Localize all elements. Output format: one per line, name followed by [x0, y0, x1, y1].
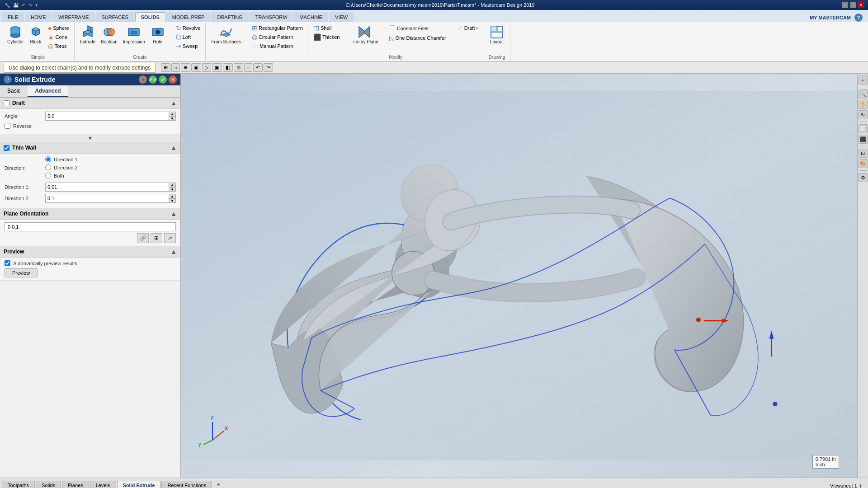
tab-transform[interactable]: TRANSFORM	[250, 12, 293, 22]
rt-btn-view1[interactable]: ⬜	[859, 124, 868, 133]
tab-file[interactable]: FILE	[2, 12, 24, 22]
dir1-spin-down[interactable]: ▼	[169, 187, 176, 192]
torus-button[interactable]: ◎ Torus	[47, 42, 71, 50]
draft-dropdown-icon[interactable]: ▾	[476, 26, 478, 30]
tab-view[interactable]: VIEW	[329, 12, 354, 22]
trim-by-plane-button[interactable]: Trim by Plane	[349, 24, 380, 46]
angle-spin-up[interactable]: ▲	[169, 112, 176, 116]
plane-orientation-header[interactable]: Plane Orientation ▲	[0, 208, 180, 220]
preview-button[interactable]: Preview	[5, 268, 38, 277]
angle-spin-down[interactable]: ▼	[169, 116, 176, 121]
vp-btn-9[interactable]: ≡	[244, 63, 252, 72]
expand-arrow-row[interactable]: ▼	[0, 134, 180, 142]
dir2-spin-down[interactable]: ▼	[169, 198, 176, 203]
rect-pattern-button[interactable]: ⊞ Rectangular Pattern	[250, 24, 304, 32]
tab-model-prep[interactable]: MODEL PREP	[166, 12, 211, 22]
dir2-spin-up[interactable]: ▲	[169, 194, 176, 198]
rt-btn-fit[interactable]: ⊡	[859, 149, 868, 158]
dir2-radio[interactable]	[45, 164, 51, 170]
tab-planes[interactable]: Planes	[62, 481, 89, 488]
thin-wall-collapse-icon[interactable]: ▲	[170, 144, 177, 151]
help-icon[interactable]: ?	[854, 14, 863, 22]
tab-recent-functions[interactable]: Recent Functions	[161, 481, 212, 488]
my-mastercam-btn[interactable]: MY MASTERCAM ?	[810, 14, 866, 22]
dir1-radio[interactable]	[45, 156, 51, 162]
thin-wall-section-header[interactable]: Thin Wall ▲	[0, 142, 180, 154]
vp-btn-6[interactable]: ▣	[212, 63, 222, 72]
vp-btn-8[interactable]: ⊡	[234, 63, 243, 72]
rt-btn-zoom[interactable]: 🔍	[859, 89, 868, 99]
cancel-button[interactable]: ✕	[169, 75, 177, 84]
rt-btn-pan[interactable]: ✋	[859, 100, 868, 109]
draft-checkbox[interactable]	[4, 100, 9, 106]
tab-levels[interactable]: Levels	[90, 481, 116, 488]
rt-btn-settings[interactable]: ⚙	[859, 173, 868, 182]
plane-collapse-icon[interactable]: ▲	[170, 210, 177, 217]
shell-button[interactable]: ◫ Shell	[312, 24, 341, 32]
cylinder-button[interactable]: Cylinder	[5, 24, 26, 46]
direction2-input[interactable]	[45, 194, 169, 203]
layout-button[interactable]: Layout	[488, 24, 506, 46]
rt-btn-rotate[interactable]: ↻	[859, 110, 868, 119]
rt-btn-plus[interactable]: +	[859, 75, 868, 84]
ok-all-button[interactable]: ✔✔	[149, 75, 157, 84]
rt-btn-view2[interactable]: ⬛	[859, 135, 868, 144]
tab-add-button[interactable]: +	[213, 479, 224, 488]
vp-btn-2[interactable]: ○	[171, 63, 180, 72]
viewsheet-add-btn[interactable]: +	[859, 482, 863, 488]
impression-button[interactable]: Impression	[121, 24, 147, 46]
draft-button[interactable]: ⟋ Draft ▾	[455, 24, 480, 32]
maximize-button[interactable]: □	[850, 2, 856, 8]
vp-btn-undo[interactable]: ↶	[253, 63, 263, 72]
title-redo[interactable]: ↷	[28, 3, 33, 8]
plane-link-button[interactable]: 🔗	[137, 233, 149, 243]
ok-button[interactable]: ✔	[159, 75, 167, 84]
angle-input[interactable]	[45, 112, 169, 121]
window-controls[interactable]: − □ ✕	[842, 2, 864, 8]
title-undo[interactable]: ↶	[21, 3, 26, 8]
vp-btn-5[interactable]: ▷	[202, 63, 211, 72]
sphere-button[interactable]: ● Sphere	[47, 24, 71, 32]
direction1-input[interactable]	[45, 183, 169, 192]
thin-wall-checkbox[interactable]	[4, 145, 9, 151]
close-button[interactable]: ✕	[858, 2, 864, 8]
vp-btn-3[interactable]: ⊕	[181, 63, 190, 72]
minimize-button[interactable]: −	[842, 2, 848, 8]
vp-btn-1[interactable]: ⊞	[161, 63, 170, 72]
cone-button[interactable]: ▲ Cone	[47, 33, 71, 41]
dir-both-radio[interactable]	[45, 173, 51, 178]
plane-grid-button[interactable]: ⊞	[151, 233, 162, 243]
tab-advanced[interactable]: Advanced	[28, 85, 68, 97]
thicken-button[interactable]: ⬛ Thicken	[312, 33, 341, 41]
revolve-button[interactable]: ↻ Revolve	[175, 24, 202, 32]
vp-btn-7[interactable]: ◧	[223, 63, 233, 72]
rt-btn-color[interactable]: 🎨	[859, 159, 868, 168]
reverse-checkbox[interactable]	[5, 123, 10, 129]
pin-button[interactable]: 📌	[139, 75, 147, 84]
tab-solids[interactable]: Solids	[36, 481, 61, 488]
tab-machine[interactable]: MACHINE	[293, 12, 328, 22]
dir1-spin-up[interactable]: ▲	[169, 183, 176, 187]
viewport[interactable]: X Y Z 0.7981 in Inch	[181, 74, 857, 478]
help-button[interactable]: ?	[4, 75, 12, 84]
tab-solid-extrude[interactable]: Solid Extrude	[117, 481, 161, 488]
loft-button[interactable]: ⬡ Loft	[175, 33, 202, 41]
preview-collapse-icon[interactable]: ▲	[170, 248, 177, 255]
draft-collapse-icon[interactable]: ▲	[170, 99, 177, 107]
circ-pattern-button[interactable]: ◎ Circular Pattern	[250, 33, 304, 41]
plane-arrow-button[interactable]: ↗	[164, 233, 176, 243]
const-fillet-button[interactable]: ⌒ Constant Fillet	[388, 24, 448, 33]
title-dropdown[interactable]: ▾	[34, 3, 38, 8]
man-pattern-button[interactable]: ⋯ Manual Pattern	[250, 42, 304, 50]
tab-basic[interactable]: Basic	[0, 85, 28, 97]
plane-orientation-input[interactable]	[5, 222, 176, 231]
extrude-button[interactable]: Extrude	[78, 24, 97, 46]
hole-button[interactable]: Hole	[149, 24, 167, 46]
vp-btn-4[interactable]: ◉	[191, 63, 201, 72]
one-distance-button[interactable]: ◺ One Distance Chamfer	[388, 34, 448, 42]
block-button[interactable]: Block	[27, 24, 45, 46]
preview-section-header[interactable]: Preview ▲	[0, 246, 180, 258]
from-surfaces-button[interactable]: From Surfaces	[209, 24, 243, 46]
sweep-button[interactable]: ⇢ Sweep	[175, 42, 202, 50]
boolean-button[interactable]: Boolean	[99, 24, 119, 46]
